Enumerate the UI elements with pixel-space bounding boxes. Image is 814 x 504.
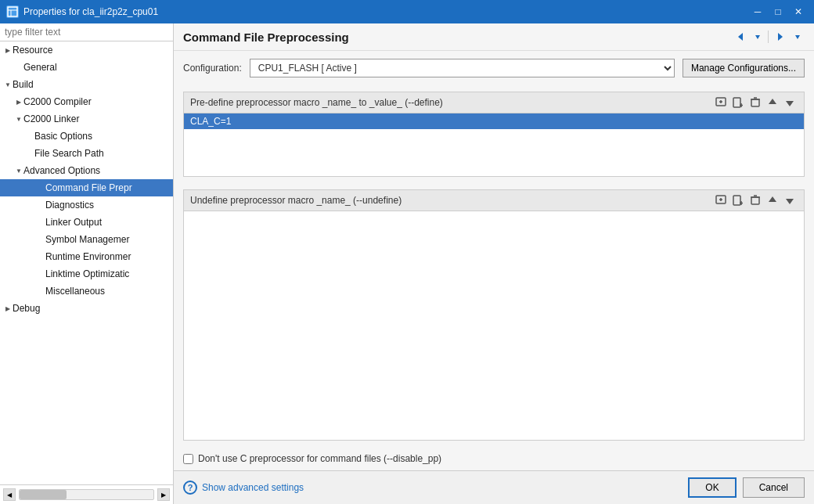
nav-forward-button[interactable] bbox=[772, 30, 789, 44]
tree-label-command-file-preprocessing: Command File Prepr bbox=[45, 182, 132, 193]
define-section: Pre-define preprocessor macro _name_ to … bbox=[183, 92, 805, 177]
nav-divider bbox=[768, 31, 769, 43]
nav-back-button[interactable] bbox=[732, 30, 749, 44]
sidebar-item-build[interactable]: ▼Build bbox=[0, 76, 173, 93]
sidebar-item-c2000-compiler[interactable]: ▶C2000 Compiler bbox=[0, 93, 173, 110]
close-button[interactable]: ✕ bbox=[789, 4, 808, 20]
undefine-move-up-button[interactable] bbox=[765, 193, 780, 207]
define-add-file-button[interactable] bbox=[730, 95, 746, 110]
cancel-button[interactable]: Cancel bbox=[743, 477, 805, 498]
show-advanced-settings-link[interactable]: Show advanced settings bbox=[202, 482, 304, 493]
content-area: Command File Preprocessing Configuratio bbox=[174, 23, 814, 504]
undefine-list bbox=[184, 211, 804, 321]
define-toolbar bbox=[713, 95, 798, 110]
sidebar-item-linktime-optimization[interactable]: Linktime Optimizatic bbox=[0, 265, 173, 283]
sidebar-item-command-file-preprocessing[interactable]: Command File Prepr bbox=[0, 179, 173, 196]
sidebar-scrollbar: ◀ ▶ bbox=[0, 484, 173, 504]
svg-rect-10 bbox=[733, 98, 740, 107]
tree-arrow-advanced-options: ▼ bbox=[14, 166, 23, 175]
maximize-button[interactable]: □ bbox=[769, 4, 787, 20]
tree-label-linker-output: Linker Output bbox=[45, 217, 102, 228]
sidebar: ▶ResourceGeneral▼Build▶C2000 Compiler▼C2… bbox=[0, 23, 174, 504]
svg-marker-28 bbox=[786, 199, 794, 204]
svg-marker-4 bbox=[755, 35, 760, 39]
svg-rect-0 bbox=[8, 7, 17, 16]
horizontal-scrollbar[interactable] bbox=[19, 489, 154, 500]
define-row[interactable]: CLA_C=1 bbox=[184, 113, 804, 129]
tree-label-advanced-options: Advanced Options bbox=[23, 165, 100, 176]
tree-container: ▶ResourceGeneral▼Build▶C2000 Compiler▼C2… bbox=[0, 41, 173, 484]
sidebar-item-general[interactable]: General bbox=[0, 59, 173, 76]
define-add-button[interactable] bbox=[713, 95, 729, 110]
content-title: Command File Preprocessing bbox=[183, 31, 349, 44]
tree-arrow-basic-options bbox=[25, 131, 34, 141]
help-icon[interactable]: ? bbox=[183, 481, 197, 495]
sidebar-item-advanced-options[interactable]: ▼Advanced Options bbox=[0, 162, 173, 179]
svg-marker-27 bbox=[769, 196, 776, 202]
tree-label-linktime-optimization: Linktime Optimizatic bbox=[45, 268, 129, 279]
tree-label-resource: Resource bbox=[13, 45, 52, 56]
svg-marker-6 bbox=[795, 35, 800, 39]
sidebar-item-symbol-management[interactable]: Symbol Managemer bbox=[0, 231, 173, 248]
tree-arrow-linker-output bbox=[36, 218, 45, 227]
undefine-section-header: Undefine preprocessor macro _name_ (--un… bbox=[184, 190, 804, 211]
sidebar-item-linker-output[interactable]: Linker Output bbox=[0, 214, 173, 231]
svg-rect-21 bbox=[733, 196, 740, 205]
manage-configurations-button[interactable]: Manage Configurations... bbox=[683, 59, 805, 77]
define-move-up-button[interactable] bbox=[765, 95, 780, 110]
sidebar-item-miscellaneous[interactable]: Miscellaneous bbox=[0, 283, 173, 300]
svg-marker-16 bbox=[769, 99, 776, 104]
nav-forward-dropdown[interactable] bbox=[791, 31, 805, 42]
nav-back-dropdown[interactable] bbox=[751, 31, 765, 42]
define-delete-button[interactable] bbox=[747, 95, 763, 110]
main-container: ▶ResourceGeneral▼Build▶C2000 Compiler▼C2… bbox=[0, 23, 814, 504]
undefine-section: Undefine preprocessor macro _name_ (--un… bbox=[183, 189, 805, 441]
tree-label-general: General bbox=[23, 62, 57, 73]
tree-arrow-build: ▼ bbox=[3, 80, 13, 89]
undefine-add-button[interactable] bbox=[713, 193, 729, 207]
content-header: Command File Preprocessing bbox=[174, 23, 814, 51]
svg-rect-13 bbox=[751, 99, 759, 106]
sidebar-item-diagnostics[interactable]: Diagnostics bbox=[0, 196, 173, 214]
app-icon bbox=[6, 5, 19, 18]
tree-label-c2000-compiler: C2000 Compiler bbox=[23, 96, 92, 107]
tree-arrow-linktime-optimization bbox=[36, 269, 45, 279]
tree-label-basic-options: Basic Options bbox=[34, 131, 92, 142]
sidebar-item-debug[interactable]: ▶Debug bbox=[0, 300, 173, 317]
filter-input[interactable] bbox=[0, 23, 173, 41]
sidebar-item-c2000-linker[interactable]: ▼C2000 Linker bbox=[0, 110, 173, 128]
tree-label-miscellaneous: Miscellaneous bbox=[45, 286, 105, 297]
sidebar-item-basic-options[interactable]: Basic Options bbox=[0, 128, 173, 145]
sidebar-item-file-search-path[interactable]: File Search Path bbox=[0, 145, 173, 162]
define-section-header: Pre-define preprocessor macro _name_ to … bbox=[184, 92, 804, 113]
tree-label-c2000-linker: C2000 Linker bbox=[23, 113, 79, 124]
undefine-add-file-button[interactable] bbox=[730, 193, 746, 207]
minimize-button[interactable]: ─ bbox=[748, 4, 767, 20]
define-move-down-button[interactable] bbox=[782, 95, 798, 110]
tree-arrow-command-file-preprocessing bbox=[36, 183, 45, 193]
checkbox-row: Don't use C preprocessor for command fil… bbox=[174, 447, 814, 470]
tree-arrow-c2000-compiler: ▶ bbox=[14, 97, 23, 106]
sidebar-item-resource[interactable]: ▶Resource bbox=[0, 41, 173, 59]
undefine-section-label: Undefine preprocessor macro _name_ (--un… bbox=[190, 195, 402, 206]
define-list: CLA_C=1 bbox=[184, 113, 804, 176]
svg-marker-17 bbox=[786, 101, 794, 106]
ok-button[interactable]: OK bbox=[688, 477, 736, 498]
scroll-right-arrow[interactable]: ▶ bbox=[157, 488, 170, 501]
window-controls: ─ □ ✕ bbox=[748, 4, 808, 20]
svg-rect-24 bbox=[751, 197, 759, 204]
nav-controls bbox=[732, 30, 805, 44]
undefine-toolbar bbox=[713, 193, 798, 207]
undefine-delete-button[interactable] bbox=[747, 193, 763, 207]
scrollbar-thumb bbox=[20, 490, 67, 499]
tree-arrow-runtime-environment bbox=[36, 252, 45, 261]
title-bar: Properties for cla_iir2p2z_cpu01 ─ □ ✕ bbox=[0, 0, 814, 23]
disable-pp-checkbox[interactable] bbox=[183, 454, 193, 464]
svg-marker-5 bbox=[778, 33, 783, 41]
tree-label-debug: Debug bbox=[13, 303, 40, 314]
disable-pp-label: Don't use C preprocessor for command fil… bbox=[198, 453, 441, 464]
scroll-left-arrow[interactable]: ◀ bbox=[3, 488, 16, 501]
sidebar-item-runtime-environment[interactable]: Runtime Environmer bbox=[0, 248, 173, 265]
undefine-move-down-button[interactable] bbox=[782, 193, 798, 207]
config-select[interactable]: CPU1_FLASH [ Active ] bbox=[250, 59, 675, 77]
